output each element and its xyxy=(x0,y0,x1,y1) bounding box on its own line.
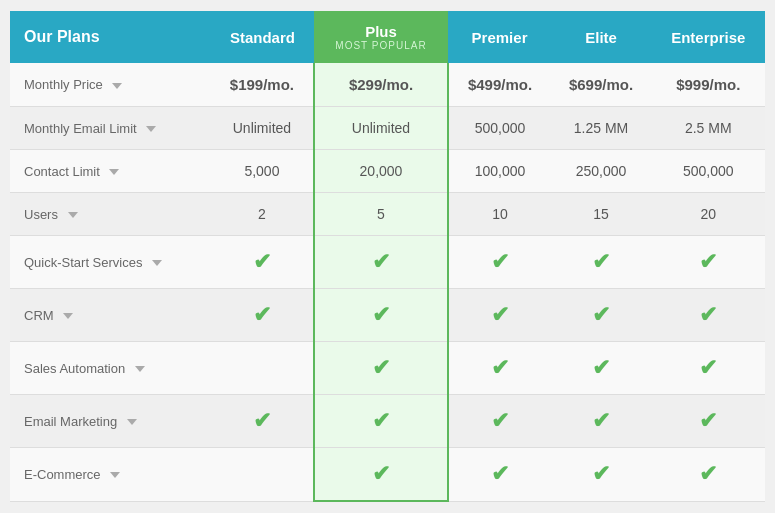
header-premier: Premier xyxy=(448,11,550,63)
checkmark-icon: ✔ xyxy=(699,249,717,275)
checkmark-icon: ✔ xyxy=(491,302,509,328)
chevron-icon xyxy=(110,472,120,478)
cell-standard: ✔ xyxy=(211,236,313,289)
cell-plus: ✔ xyxy=(314,236,449,289)
chevron-icon xyxy=(152,260,162,266)
chevron-icon xyxy=(146,126,156,132)
cell-premier: ✔ xyxy=(448,289,550,342)
table-row: Monthly Email Limit UnlimitedUnlimited50… xyxy=(10,107,765,150)
feature-name: Quick-Start Services xyxy=(10,236,211,289)
feature-name: Monthly Price xyxy=(10,63,211,107)
checkmark-icon: ✔ xyxy=(372,461,390,487)
checkmark-icon: ✔ xyxy=(491,249,509,275)
header-elite: Elite xyxy=(551,11,652,63)
cell-premier: ✔ xyxy=(448,236,550,289)
feature-name: CRM xyxy=(10,289,211,342)
chevron-icon xyxy=(127,419,137,425)
cell-standard: 5,000 xyxy=(211,150,313,193)
checkmark-icon: ✔ xyxy=(253,302,271,328)
checkmark-icon: ✔ xyxy=(699,302,717,328)
table-row: Sales Automation ✔✔✔✔ xyxy=(10,342,765,395)
feature-name: E-Commerce xyxy=(10,448,211,502)
cell-premier: ✔ xyxy=(448,342,550,395)
checkmark-icon: ✔ xyxy=(491,408,509,434)
table-row: Users 25101520 xyxy=(10,193,765,236)
checkmark-icon: ✔ xyxy=(592,461,610,487)
cell-plus: $299/mo. xyxy=(314,63,449,107)
feature-name: Users xyxy=(10,193,211,236)
cell-enterprise: 20 xyxy=(652,193,766,236)
chevron-icon xyxy=(68,212,78,218)
chevron-icon xyxy=(135,366,145,372)
cell-premier: 500,000 xyxy=(448,107,550,150)
table-row: CRM ✔✔✔✔✔ xyxy=(10,289,765,342)
cell-standard: Unlimited xyxy=(211,107,313,150)
cell-elite: ✔ xyxy=(551,289,652,342)
checkmark-icon: ✔ xyxy=(372,408,390,434)
cell-standard: $199/mo. xyxy=(211,63,313,107)
checkmark-icon: ✔ xyxy=(699,461,717,487)
checkmark-icon: ✔ xyxy=(253,408,271,434)
cell-enterprise: ✔ xyxy=(652,236,766,289)
header-standard: Standard xyxy=(211,11,313,63)
cell-elite: ✔ xyxy=(551,342,652,395)
cell-plus: 20,000 xyxy=(314,150,449,193)
cell-elite: 1.25 MM xyxy=(551,107,652,150)
cell-standard: ✔ xyxy=(211,289,313,342)
table-row: E-Commerce ✔✔✔✔ xyxy=(10,448,765,502)
most-popular-badge: MOST POPULAR xyxy=(322,40,441,51)
cell-premier: 100,000 xyxy=(448,150,550,193)
chevron-icon xyxy=(112,83,122,89)
cell-plus: ✔ xyxy=(314,448,449,502)
checkmark-icon: ✔ xyxy=(592,408,610,434)
cell-enterprise: ✔ xyxy=(652,289,766,342)
cell-elite: 250,000 xyxy=(551,150,652,193)
feature-name: Contact Limit xyxy=(10,150,211,193)
header-our-plans: Our Plans xyxy=(10,11,211,63)
cell-enterprise: ✔ xyxy=(652,342,766,395)
cell-plus: 5 xyxy=(314,193,449,236)
table-row: Email Marketing ✔✔✔✔✔ xyxy=(10,395,765,448)
cell-plus: Unlimited xyxy=(314,107,449,150)
checkmark-icon: ✔ xyxy=(491,355,509,381)
checkmark-icon: ✔ xyxy=(491,461,509,487)
cell-standard xyxy=(211,448,313,502)
feature-name: Monthly Email Limit xyxy=(10,107,211,150)
chevron-icon xyxy=(109,169,119,175)
cell-premier: ✔ xyxy=(448,395,550,448)
checkmark-icon: ✔ xyxy=(699,355,717,381)
cell-elite: ✔ xyxy=(551,448,652,502)
cell-standard xyxy=(211,342,313,395)
cell-elite: $699/mo. xyxy=(551,63,652,107)
cell-enterprise: $999/mo. xyxy=(652,63,766,107)
cell-enterprise: ✔ xyxy=(652,448,766,502)
checkmark-icon: ✔ xyxy=(699,408,717,434)
table-row: Monthly Price $199/mo.$299/mo.$499/mo.$6… xyxy=(10,63,765,107)
checkmark-icon: ✔ xyxy=(592,302,610,328)
table-row: Quick-Start Services ✔✔✔✔✔ xyxy=(10,236,765,289)
cell-premier: ✔ xyxy=(448,448,550,502)
cell-premier: $499/mo. xyxy=(448,63,550,107)
cell-elite: ✔ xyxy=(551,395,652,448)
checkmark-icon: ✔ xyxy=(372,302,390,328)
cell-enterprise: 500,000 xyxy=(652,150,766,193)
checkmark-icon: ✔ xyxy=(592,249,610,275)
pricing-table: Our Plans Standard Plus MOST POPULAR Pre… xyxy=(10,11,765,502)
cell-enterprise: 2.5 MM xyxy=(652,107,766,150)
checkmark-icon: ✔ xyxy=(372,249,390,275)
cell-plus: ✔ xyxy=(314,289,449,342)
table-row: Contact Limit 5,00020,000100,000250,0005… xyxy=(10,150,765,193)
cell-standard: ✔ xyxy=(211,395,313,448)
cell-elite: 15 xyxy=(551,193,652,236)
feature-name: Sales Automation xyxy=(10,342,211,395)
cell-plus: ✔ xyxy=(314,395,449,448)
checkmark-icon: ✔ xyxy=(592,355,610,381)
cell-elite: ✔ xyxy=(551,236,652,289)
feature-name: Email Marketing xyxy=(10,395,211,448)
cell-plus: ✔ xyxy=(314,342,449,395)
cell-enterprise: ✔ xyxy=(652,395,766,448)
checkmark-icon: ✔ xyxy=(253,249,271,275)
chevron-icon xyxy=(63,313,73,319)
cell-premier: 10 xyxy=(448,193,550,236)
header-enterprise: Enterprise xyxy=(652,11,766,63)
